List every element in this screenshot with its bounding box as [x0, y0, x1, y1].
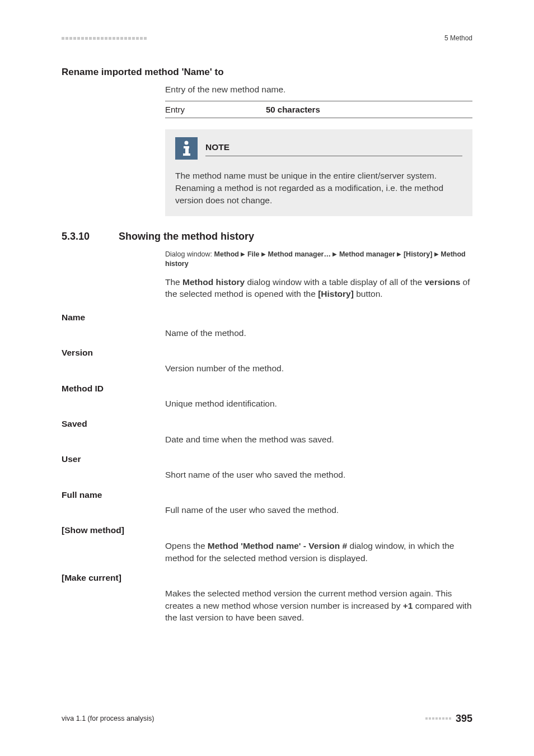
footer-product: viva 1.1 (for process analysis): [62, 714, 154, 724]
rename-description: Entry of the new method name.: [165, 83, 472, 96]
path-part-3: Method manager: [339, 250, 395, 258]
field-methodid-desc: Unique method identification.: [165, 398, 472, 410]
page-header: 5 Method: [62, 34, 472, 43]
field-makecurrent-desc: Makes the selected method version the cu…: [165, 587, 472, 624]
field-fullname-desc: Full name of the user who saved the meth…: [165, 504, 472, 516]
field-name-label: Name: [62, 311, 472, 324]
rename-heading: Rename imported method 'Name' to: [62, 66, 472, 79]
field-name-desc: Name of the method.: [165, 327, 472, 339]
field-user-label: User: [62, 453, 472, 465]
field-version-label: Version: [62, 347, 472, 359]
field-fullname-label: Full name: [62, 489, 472, 501]
page-footer: viva 1.1 (for process analysis) 395: [62, 712, 472, 726]
header-decoration: [62, 37, 147, 40]
entry-label: Entry: [165, 104, 266, 115]
svg-rect-3: [183, 153, 190, 156]
section-title: Showing the method history: [119, 230, 254, 244]
svg-point-0: [185, 141, 189, 145]
field-version-desc: Version number of the method.: [165, 362, 472, 375]
path-part-0: Method: [214, 250, 239, 258]
field-showmethod-desc: Opens the Method 'Method name' - Version…: [165, 540, 472, 564]
page-number: 395: [456, 712, 472, 726]
entry-value: 50 characters: [266, 104, 320, 115]
dialog-path-prefix: Dialog window:: [165, 250, 214, 258]
note-body: The method name must be unique in the en…: [175, 170, 462, 206]
field-methodid-label: Method ID: [62, 382, 472, 395]
section-number: 5.3.10: [62, 230, 102, 244]
path-part-2: Method manager…: [268, 250, 331, 258]
path-part-4: [History]: [404, 250, 432, 258]
field-showmethod-label: [Show method]: [62, 524, 472, 536]
note-box: NOTE The method name must be unique in t…: [165, 129, 472, 216]
dialog-path: Dialog window: Method ▶ File ▶ Method ma…: [165, 250, 472, 269]
svg-rect-2: [185, 146, 189, 155]
chapter-label: 5 Method: [444, 34, 472, 43]
entry-row: Entry 50 characters: [165, 101, 472, 118]
note-title: NOTE: [205, 141, 462, 153]
footer-decoration: [425, 717, 451, 720]
section-heading: 5.3.10 Showing the method history: [62, 230, 472, 244]
field-saved-desc: Date and time when the method was saved.: [165, 433, 472, 446]
field-user-desc: Short name of the user who saved the met…: [165, 469, 472, 481]
field-makecurrent-label: [Make current]: [62, 572, 472, 584]
path-part-1: File: [247, 250, 260, 258]
info-icon: [175, 137, 198, 160]
field-saved-label: Saved: [62, 418, 472, 430]
section-intro: The Method history dialog window with a …: [165, 276, 472, 300]
